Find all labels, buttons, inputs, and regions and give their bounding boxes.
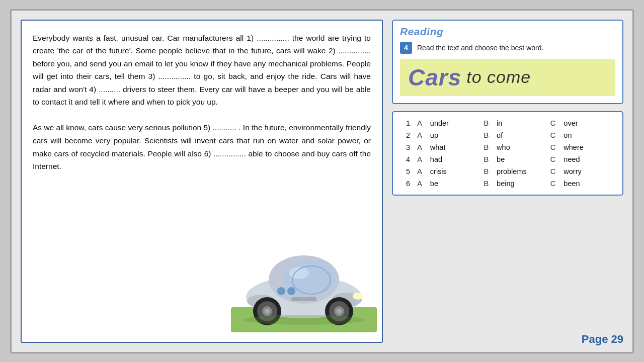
svg-point-17 xyxy=(353,293,363,300)
svg-point-12 xyxy=(337,309,342,314)
option-a-letter: A xyxy=(414,129,427,141)
svg-point-7 xyxy=(287,287,295,295)
option-c-word: over xyxy=(560,117,614,129)
row-number: 5 xyxy=(401,165,414,177)
task-instruction: Read the text and choose the best word. xyxy=(417,44,543,52)
answer-row[interactable]: 5 A crisis B problems C worry xyxy=(401,165,614,177)
option-a-word: what xyxy=(427,141,481,153)
option-b-letter: B xyxy=(480,177,494,190)
option-a-letter: A xyxy=(414,141,427,153)
answer-row[interactable]: 4 A had B be C need xyxy=(401,153,614,165)
option-b-letter: B xyxy=(480,141,494,153)
option-b-word: in xyxy=(494,117,547,129)
option-c-letter: C xyxy=(547,141,561,153)
option-a-letter: A xyxy=(414,117,427,129)
answer-table: 1 A under B in C over 2 A up B of C on 3… xyxy=(401,117,614,190)
option-a-word: up xyxy=(427,129,481,141)
answer-row[interactable]: 6 A be B being C been xyxy=(401,177,614,190)
option-c-word: been xyxy=(560,177,614,190)
option-b-word: be xyxy=(494,153,547,165)
task-line: 4 Read the text and choose the best word… xyxy=(400,42,615,54)
reading-header-box: Reading 4 Read the text and choose the b… xyxy=(392,20,623,104)
left-panel: Everybody wants a fast, unusual car. Car… xyxy=(21,20,383,343)
svg-point-8 xyxy=(277,287,285,295)
option-a-letter: A xyxy=(414,165,427,177)
title-to-come: to come xyxy=(466,67,531,87)
svg-point-4 xyxy=(289,267,309,279)
svg-point-20 xyxy=(244,315,364,325)
page-number: Page 29 xyxy=(582,333,623,346)
option-b-word: who xyxy=(494,141,547,153)
title-banner: Cars to come xyxy=(400,59,615,96)
svg-point-16 xyxy=(265,309,270,314)
option-b-letter: B xyxy=(480,165,494,177)
page-container: Everybody wants a fast, unusual car. Car… xyxy=(10,9,634,353)
answer-table-box: 1 A under B in C over 2 A up B of C on 3… xyxy=(392,111,623,196)
option-b-word: being xyxy=(494,177,547,190)
row-number: 2 xyxy=(401,129,414,141)
option-c-word: on xyxy=(560,129,614,141)
paragraph-1: Everybody wants a fast, unusual car. Car… xyxy=(33,32,371,109)
option-b-letter: B xyxy=(480,153,494,165)
answer-row[interactable]: 2 A up B of C on xyxy=(401,129,614,141)
option-c-word: need xyxy=(560,153,614,165)
option-a-word: under xyxy=(427,117,481,129)
reading-label: Reading xyxy=(400,26,615,38)
right-panel: Reading 4 Read the text and choose the b… xyxy=(392,20,623,343)
option-c-letter: C xyxy=(547,153,561,165)
reading-passage: Everybody wants a fast, unusual car. Car… xyxy=(33,32,371,173)
task-number-badge: 4 xyxy=(400,42,412,54)
option-b-word: problems xyxy=(494,165,547,177)
option-a-word: had xyxy=(427,153,481,165)
option-b-letter: B xyxy=(480,117,494,129)
option-c-letter: C xyxy=(547,177,561,190)
option-c-letter: C xyxy=(547,129,561,141)
option-c-letter: C xyxy=(547,117,561,129)
paragraph-2: As we all know, cars cause very serious … xyxy=(33,121,371,172)
row-number: 4 xyxy=(401,153,414,165)
option-c-letter: C xyxy=(547,165,561,177)
option-a-letter: A xyxy=(414,153,427,165)
row-number: 6 xyxy=(401,177,414,190)
option-b-letter: B xyxy=(480,129,494,141)
car-illustration xyxy=(231,229,377,335)
option-c-word: worry xyxy=(560,165,614,177)
option-a-word: crisis xyxy=(427,165,481,177)
answer-row[interactable]: 3 A what B who C where xyxy=(401,141,614,153)
option-b-word: of xyxy=(494,129,547,141)
row-number: 3 xyxy=(401,141,414,153)
option-a-letter: A xyxy=(414,177,427,190)
paragraph-2-text: As we all know, cars cause very serious … xyxy=(33,123,371,170)
svg-rect-19 xyxy=(291,297,316,301)
title-cars: Cars xyxy=(408,64,461,91)
option-c-word: where xyxy=(560,141,614,153)
row-number: 1 xyxy=(401,117,414,129)
option-a-word: be xyxy=(427,177,481,190)
answer-row[interactable]: 1 A under B in C over xyxy=(401,117,614,129)
